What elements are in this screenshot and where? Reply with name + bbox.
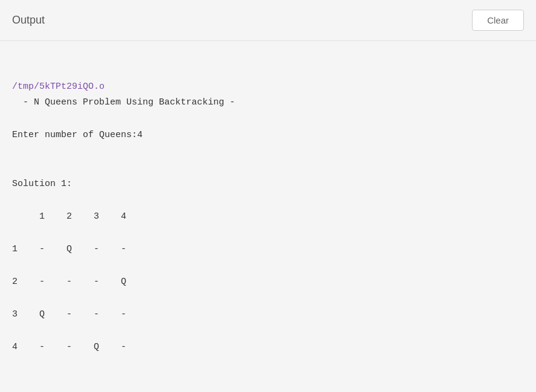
output-title: Output — [12, 14, 45, 27]
output-area: /tmp/5kTPt29iQO.o - N Queens Problem Usi… — [0, 41, 536, 379]
file-path: /tmp/5kTPt29iQO.o — [12, 80, 524, 94]
output-header: Output Clear — [0, 0, 536, 41]
output-content: - N Queens Problem Using Backtracking - … — [12, 94, 524, 355]
clear-button[interactable]: Clear — [472, 10, 524, 31]
